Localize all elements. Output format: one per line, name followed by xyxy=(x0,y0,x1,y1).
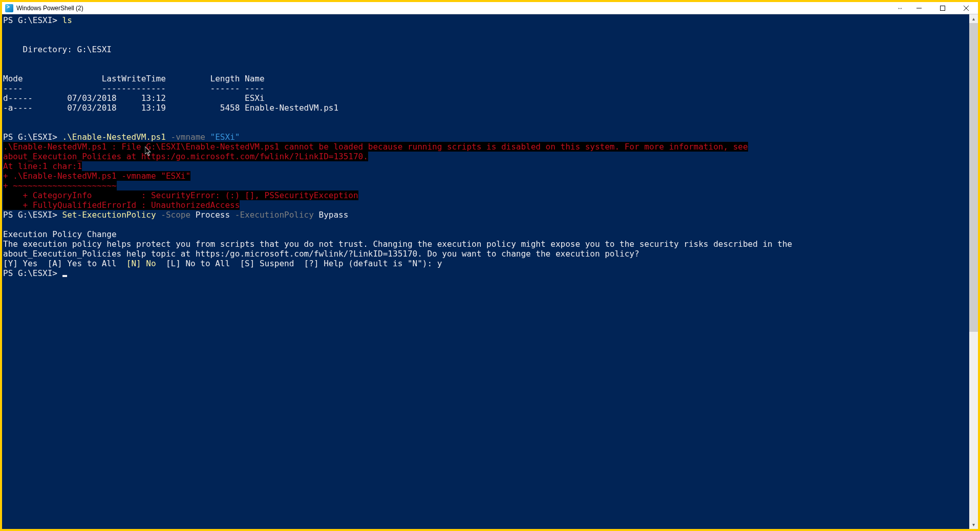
cmd-ls: ls xyxy=(62,15,72,25)
prompt: PS G:\ESXI> xyxy=(3,15,62,25)
scrollbar-up-arrow[interactable]: ▴ xyxy=(969,14,978,23)
param-value: Bypass xyxy=(319,210,349,220)
scrollbar-down-arrow[interactable]: ▾ xyxy=(969,520,978,529)
table-row: d----- 07/03/2018 13:12 ESXi xyxy=(3,93,265,103)
prompt: PS G:\ESXI> xyxy=(3,268,62,278)
terminal-output[interactable]: PS G:\ESXI> ls Directory: G:\ESXI Mode L… xyxy=(2,14,969,529)
error-line: + FullyQualifiedErrorId : UnauthorizedAc… xyxy=(3,200,240,210)
option-yes: [Y] Yes [A] Yes to All xyxy=(3,259,126,268)
close-button[interactable] xyxy=(954,2,978,14)
prompt: PS G:\ESXI> xyxy=(3,132,62,142)
prompt: PS G:\ESXI> xyxy=(3,210,62,220)
param-name: -vmname xyxy=(166,132,210,142)
error-line: At line:1 char:1 xyxy=(3,161,82,171)
option-rest: [L] No to All [S] Suspend [?] Help (defa… xyxy=(156,259,442,268)
table-header: Mode LastWriteTime Length Name xyxy=(3,74,265,83)
powershell-icon xyxy=(5,4,13,12)
table-row: -a---- 07/03/2018 13:19 5458 Enable-Nest… xyxy=(3,103,338,113)
maximize-button[interactable] xyxy=(931,2,954,14)
directory-line: Directory: G:\ESXI xyxy=(3,45,112,54)
policy-heading: Execution Policy Change xyxy=(3,229,117,239)
error-line: + ~~~~~~~~~~~~~~~~~~~~~ xyxy=(3,181,117,190)
param-name: -Scope xyxy=(156,210,196,220)
option-no-default: [N] No xyxy=(126,259,156,268)
cursor xyxy=(62,275,67,277)
error-line: .\Enable-NestedVM.ps1 : File G:\ESXI\Ena… xyxy=(3,142,748,152)
param-value: "ESXi" xyxy=(210,132,240,142)
scrollbar-thumb[interactable] xyxy=(969,23,978,332)
window-title: Windows PowerShell (2) xyxy=(16,5,897,12)
param-value: Process xyxy=(196,210,230,220)
svg-rect-1 xyxy=(941,6,945,11)
error-line: about_Execution_Policies at https:/go.mi… xyxy=(3,152,368,161)
policy-text: about_Execution_Policies help topic at h… xyxy=(3,249,640,259)
titlebar[interactable]: Windows PowerShell (2) ↔ xyxy=(2,2,978,14)
param-name: -ExecutionPolicy xyxy=(230,210,318,220)
cmd-script: .\Enable-NestedVM.ps1 xyxy=(62,132,166,142)
table-header-sep: ---- ------------- ------ ---- xyxy=(3,83,265,93)
error-line: + CategoryInfo : SecurityError: (:) [], … xyxy=(3,190,358,200)
error-line: + .\Enable-NestedVM.ps1 -vmname "ESXi" xyxy=(3,171,190,181)
minimize-button[interactable] xyxy=(907,2,931,14)
window-frame: Windows PowerShell (2) ↔ PS G:\ESXI> ls … xyxy=(0,0,980,531)
cmd-setpolicy: Set-ExecutionPolicy xyxy=(62,210,156,220)
scrollbar[interactable]: ▴ ▾ xyxy=(969,14,978,529)
policy-text: The execution policy helps protect you f… xyxy=(3,239,792,249)
resize-icon: ↔ xyxy=(897,5,904,12)
window-controls xyxy=(907,2,978,14)
terminal[interactable]: PS G:\ESXI> ls Directory: G:\ESXI Mode L… xyxy=(2,14,978,529)
